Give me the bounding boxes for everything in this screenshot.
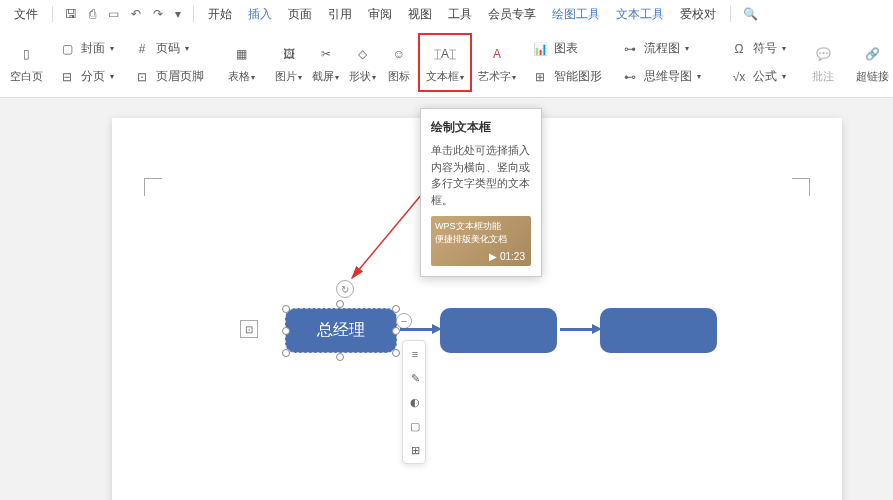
connector-arrow[interactable] [560,328,594,331]
wordart-icon: A [484,41,510,67]
shapes-icon: ◇ [350,41,376,67]
chart-icon: 📊 [530,39,550,59]
video-duration: ▶ 01:23 [489,251,525,262]
hyperlink-icon: 🔗 [860,41,886,67]
save-icon[interactable]: 🖫 [61,5,81,23]
resize-handle[interactable] [392,327,400,335]
search-icon[interactable]: 🔍 [739,5,762,23]
undo-icon[interactable]: ↶ [127,5,145,23]
header-footer-button[interactable]: ⊡页眉页脚 [128,65,208,89]
add-shape-handle[interactable]: − [396,313,412,329]
picture-button[interactable]: 🖼图片▾ [271,39,306,86]
menubar: 文件 🖫 ⎙ ▭ ↶ ↷ ▾ 开始 插入 页面 引用 审阅 视图 工具 会员专享… [0,0,893,28]
blank-page-icon: ▯ [14,41,40,67]
page-group: #页码▾ ⊡页眉页脚 [124,35,212,91]
cover-button[interactable]: ▢封面▾ [53,37,118,61]
blank-page-button[interactable]: ▯ 空白页 [6,39,47,86]
resize-handle[interactable] [282,305,290,313]
comment-button[interactable]: 💬批注 [806,39,840,86]
equation-button[interactable]: √x公式▾ [725,65,790,89]
cover-section-group: ▢封面▾ ⊟分页▾ [49,35,122,91]
shape-box[interactable] [440,308,557,353]
margin-corner [792,178,810,196]
ribbon: ▯ 空白页 ▢封面▾ ⊟分页▾ #页码▾ ⊡页眉页脚 ▦表格▾ 🖼图片▾ ✂截屏… [0,28,893,98]
tab-member[interactable]: 会员专享 [482,4,542,25]
resize-handle[interactable] [282,327,290,335]
tab-tools[interactable]: 工具 [442,4,478,25]
page-num-button[interactable]: #页码▾ [128,37,208,61]
icons-icon: ☺ [386,41,412,67]
preview-icon[interactable]: ▭ [104,5,123,23]
tab-start[interactable]: 开始 [202,4,238,25]
resize-handle[interactable] [392,305,400,313]
tab-view[interactable]: 视图 [402,4,438,25]
table-button[interactable]: ▦表格▾ [224,39,259,86]
separator [193,6,194,22]
symbol-button[interactable]: Ω符号▾ [725,37,790,61]
symbol-group: Ω符号▾ √x公式▾ [721,35,794,91]
separator [730,6,731,22]
screenshot-icon: ✂ [313,41,339,67]
tooltip-body: 单击此处可选择插入内容为横向、竖向或多行文字类型的文本框。 [431,142,531,208]
icons-button[interactable]: ☺图标 [382,39,416,86]
comment-icon: 💬 [810,41,836,67]
hyperlink-button[interactable]: 🔗超链接 [852,39,893,86]
textbox-icon: ⌶A⌶ [432,41,458,67]
tab-proofing[interactable]: 爱校对 [674,4,722,25]
tooltip-video-thumb[interactable]: WPS文本框功能 便捷排版美化文档 ▶ 01:23 [431,216,531,266]
wordart-button[interactable]: A艺术字▾ [474,39,520,86]
redo-icon[interactable]: ↷ [149,5,167,23]
resize-handle[interactable] [336,300,344,308]
tab-text-tools[interactable]: 文本工具 [610,4,670,25]
textbox-highlight: ⌶A⌶文本框▾ [418,33,472,92]
graphics-group: 📊图表 ⊞智能图形 [522,35,610,91]
dropdown-icon[interactable]: ▾ [171,5,185,23]
table-icon: ▦ [229,41,255,67]
more-icon[interactable]: ⊞ [405,439,425,461]
page-num-icon: # [132,39,152,59]
tab-insert[interactable]: 插入 [242,4,278,25]
paragraph-marker[interactable]: ⊡ [240,320,258,338]
tooltip-title: 绘制文本框 [431,119,531,136]
tab-drawing-tools[interactable]: 绘图工具 [546,4,606,25]
flowchart-icon: ⊶ [620,39,640,59]
smartart-button[interactable]: ⊞智能图形 [526,65,606,89]
resize-handle[interactable] [336,353,344,361]
edit-pen-icon[interactable]: ✎ [405,367,425,389]
tab-reference[interactable]: 引用 [322,4,358,25]
chart-button[interactable]: 📊图表 [526,37,606,61]
connector-arrow[interactable] [400,328,434,331]
shape-box[interactable] [600,308,717,353]
picture-icon: 🖼 [276,41,302,67]
tab-page[interactable]: 页面 [282,4,318,25]
shape-selected[interactable]: 总经理 [285,308,397,353]
style-icon[interactable]: ◐ [405,391,425,413]
symbol-icon: Ω [729,39,749,59]
diagram-group: ⊶流程图▾ ⊷思维导图▾ [612,35,709,91]
textbox-button[interactable]: ⌶A⌶文本框▾ [422,39,468,86]
shapes-button[interactable]: ◇形状▾ [345,39,380,86]
header-footer-icon: ⊡ [132,67,152,87]
mindmap-icon: ⊷ [620,67,640,87]
crop-icon[interactable]: ▢ [405,415,425,437]
equation-icon: √x [729,67,749,87]
tab-review[interactable]: 审阅 [362,4,398,25]
resize-handle[interactable] [392,349,400,357]
margin-corner [144,178,162,196]
mindmap-button[interactable]: ⊷思维导图▾ [616,65,705,89]
layout-options-icon[interactable]: ≡ [405,343,425,365]
shape-float-toolbar: ≡ ✎ ◐ ▢ ⊞ [402,340,426,464]
smartart-icon: ⊞ [530,67,550,87]
section-button[interactable]: ⊟分页▾ [53,65,118,89]
flowchart-button[interactable]: ⊶流程图▾ [616,37,705,61]
print-icon[interactable]: ⎙ [85,5,100,23]
screenshot-button[interactable]: ✂截屏▾ [308,39,343,86]
file-menu[interactable]: 文件 [8,4,44,25]
section-icon: ⊟ [57,67,77,87]
separator [52,6,53,22]
textbox-tooltip: 绘制文本框 单击此处可选择插入内容为横向、竖向或多行文字类型的文本框。 WPS文… [420,108,542,277]
cover-icon: ▢ [57,39,77,59]
resize-handle[interactable] [282,349,290,357]
